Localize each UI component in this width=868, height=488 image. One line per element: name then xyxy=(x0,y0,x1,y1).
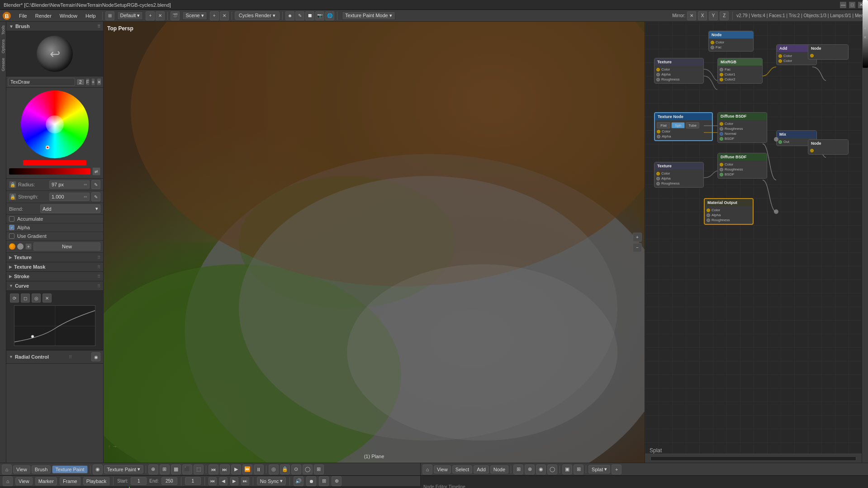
mirror-close[interactable]: ✕ xyxy=(687,11,696,20)
del-screen-icon[interactable]: ✕ xyxy=(156,11,165,20)
toolbar-icon-5[interactable]: ⬚ xyxy=(194,464,204,474)
accumulate-checkbox[interactable] xyxy=(9,216,14,222)
node-4[interactable]: Texture Color Alpha Roughness xyxy=(654,162,704,188)
current-frame-field[interactable]: 1 xyxy=(185,477,201,485)
color-cursor[interactable] xyxy=(46,146,49,149)
curve-circle-btn[interactable]: ◎ xyxy=(32,294,41,303)
texture-mask-section-header[interactable]: ▶ Texture Mask ⠿ xyxy=(6,262,103,272)
pivot-icon[interactable]: ◎ xyxy=(269,464,279,474)
tl-play-end[interactable]: ⏭ xyxy=(241,477,249,485)
node-icon-6[interactable]: ⊞ xyxy=(574,464,583,474)
play-btn[interactable]: ▶ xyxy=(231,464,241,474)
tl-playback-btn[interactable]: Playback xyxy=(83,477,110,485)
mirror-y[interactable]: Y xyxy=(709,11,718,20)
node-btn-sphere[interactable]: Sph xyxy=(671,122,685,128)
menu-render[interactable]: Render xyxy=(32,12,55,19)
mode-selector[interactable]: Texture Paint Mode ▾ xyxy=(342,11,395,20)
zoom-in-btn[interactable]: + xyxy=(633,232,642,242)
radial-control-header[interactable]: ▼ Radial Control ⠿ ◉ xyxy=(6,351,103,364)
tab-right-1[interactable]: + xyxy=(863,24,867,33)
color-value-bar[interactable] xyxy=(9,168,90,175)
mirror-z[interactable]: Z xyxy=(720,11,729,20)
color-swap-btn[interactable]: ⇌ xyxy=(92,167,100,175)
zoom-out-btn[interactable]: − xyxy=(633,243,642,252)
blend-select[interactable]: Add ▾ xyxy=(40,204,100,213)
tab-right-2[interactable]: × xyxy=(863,33,867,42)
icon-3[interactable]: 🔲 xyxy=(305,11,314,20)
timeline-icon[interactable]: ⌂ xyxy=(3,476,13,486)
toolbar-view-btn[interactable]: View xyxy=(13,465,30,474)
curve-reset-btn[interactable]: ⟳ xyxy=(10,294,19,303)
toolbar-icon-4[interactable]: ⬛ xyxy=(182,464,192,474)
toolbar-icon-2[interactable]: ⊞ xyxy=(160,464,170,474)
node-toolbar-home[interactable]: ⌂ xyxy=(422,464,432,474)
strength-field[interactable]: 1.000 ⇔ xyxy=(49,193,90,201)
toolbar-icon-home[interactable]: ⌂ xyxy=(2,464,12,474)
toolbar-texture-paint-btn[interactable]: Texture Paint xyxy=(52,465,87,474)
play-prev-btn[interactable]: ⏭ xyxy=(220,464,230,474)
alpha-label[interactable]: Alpha xyxy=(17,225,30,230)
node-icon-4[interactable]: ◯ xyxy=(547,464,557,474)
del-scene-icon[interactable]: ✕ xyxy=(220,11,229,20)
sync-dropdown[interactable]: No Sync ▾ xyxy=(257,477,286,485)
curve-section-header[interactable]: ▼ Curve ⠿ xyxy=(6,281,103,291)
node-far-2[interactable]: Node xyxy=(808,139,849,155)
maximize-button[interactable]: □ xyxy=(849,2,855,8)
menu-file[interactable]: File xyxy=(15,12,31,19)
play-end-btn[interactable]: ⏸ xyxy=(254,464,264,474)
radius-field[interactable]: 97 px ⇔ xyxy=(49,180,90,189)
node-icon-2[interactable]: ⊗ xyxy=(525,464,535,474)
radius-pen-icon[interactable]: ✎ xyxy=(91,180,100,189)
radius-lock-btn[interactable]: 🔒 xyxy=(9,181,16,188)
curve-square-btn[interactable]: ◻ xyxy=(21,294,30,303)
node-5[interactable]: Diffuse BSDF Color Roughness BSDF xyxy=(717,153,767,179)
brush-close-btn[interactable]: ✕ xyxy=(97,78,101,85)
toolbar-brush-btn[interactable]: Brush xyxy=(32,465,51,474)
node-1[interactable]: Node Color Fac xyxy=(708,31,754,52)
node-btn-tube[interactable]: Tube xyxy=(686,122,699,128)
brush-collapse-btn[interactable]: ▼ xyxy=(9,24,14,29)
layout-selector[interactable]: Default ▾ xyxy=(117,11,143,20)
radial-extra-btn[interactable]: ◉ xyxy=(91,352,100,361)
timeline-extra-2[interactable]: ⊕ xyxy=(332,476,342,486)
strength-lock-btn[interactable]: 🔒 xyxy=(9,193,16,200)
texture-section-header[interactable]: ▶ Texture ⠿ xyxy=(6,253,103,262)
node-3[interactable]: Diffuse BSDF Color Roughness Normal xyxy=(717,112,767,143)
tab-tools[interactable]: Tools xyxy=(0,24,6,37)
brush-ball[interactable] xyxy=(37,36,73,72)
screen-layout-icon[interactable]: ⊞ xyxy=(105,11,114,20)
tab-grease[interactable]: Grease xyxy=(0,56,6,73)
brush-name-input[interactable] xyxy=(8,78,75,86)
node-output[interactable]: Material Output Color Alpha Roughness xyxy=(704,198,754,225)
timeline-extra-1[interactable]: ⊞ xyxy=(319,476,329,486)
use-gradient-checkbox[interactable] xyxy=(9,233,14,239)
prop-edit-icon[interactable]: ⊙ xyxy=(291,464,301,474)
strength-arrows[interactable]: ⇔ xyxy=(84,194,87,199)
color-swatch[interactable] xyxy=(23,160,86,166)
add-screen-icon[interactable]: + xyxy=(146,11,155,20)
play-next-btn[interactable]: ⏩ xyxy=(242,464,252,474)
node-grid[interactable]: Node Color Fac Texture xyxy=(645,22,862,463)
audio-icon[interactable]: 🔊 xyxy=(294,476,304,486)
brush-f-btn[interactable]: F xyxy=(86,78,90,85)
snap-icon[interactable]: 🔒 xyxy=(280,464,290,474)
accumulate-label[interactable]: Accumulate xyxy=(17,216,43,222)
stroke-section-header[interactable]: ▶ Stroke ⠿ xyxy=(6,272,103,281)
use-gradient-label[interactable]: Use Gradient xyxy=(17,233,47,239)
strength-pen-icon[interactable]: ✎ xyxy=(91,192,100,201)
new-button[interactable]: New xyxy=(33,242,100,251)
icon-4[interactable]: 📷 xyxy=(315,11,324,20)
tl-view-btn[interactable]: View xyxy=(15,477,33,485)
minimize-button[interactable]: — xyxy=(840,2,846,8)
node-node-btn[interactable]: Node xyxy=(490,465,508,474)
node-icon-5[interactable]: ▣ xyxy=(562,464,572,474)
node-splat-dropdown[interactable]: Splat ▾ xyxy=(588,465,610,474)
node-add-btn[interactable]: Add xyxy=(474,465,489,474)
play-start-btn[interactable]: ⏮ xyxy=(209,464,218,474)
center-viewport[interactable]: Top Persp xyxy=(104,22,645,463)
node-extra-btn[interactable]: + xyxy=(612,464,621,474)
icon-2[interactable]: ✎ xyxy=(295,11,304,20)
brush-add-btn[interactable]: + xyxy=(91,78,95,85)
curve-close-btn[interactable]: ✕ xyxy=(43,294,52,303)
node-view-btn[interactable]: View xyxy=(434,465,451,474)
